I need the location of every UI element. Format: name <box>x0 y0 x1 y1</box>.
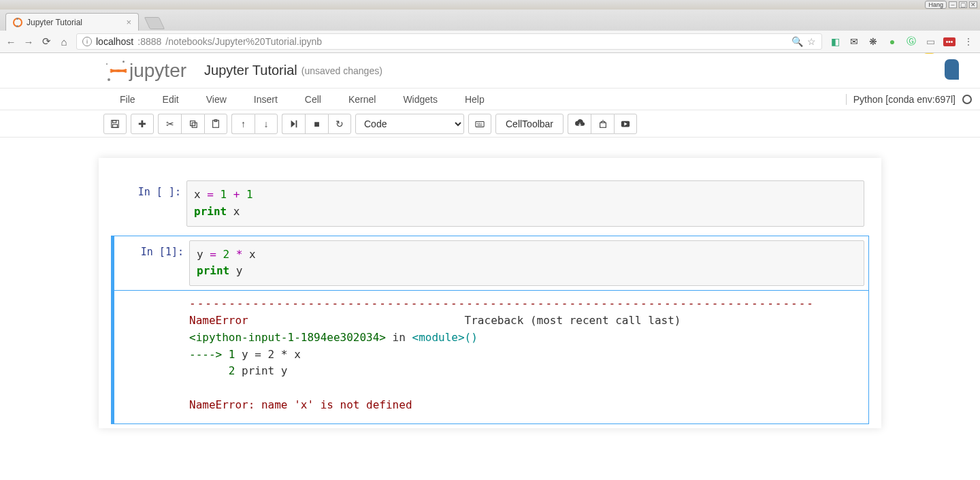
run-button[interactable] <box>282 114 305 134</box>
svg-rect-4 <box>192 123 197 127</box>
python-logo-icon <box>941 57 969 85</box>
jupyter-wordmark: jupyter <box>129 60 186 82</box>
tab-title: Jupyter Tutorial <box>27 18 82 27</box>
cell-type-select[interactable]: Code <box>355 114 464 134</box>
window-close-icon[interactable]: ✕ <box>969 1 977 8</box>
kernel-name: Python [conda env:697l] <box>853 94 956 105</box>
error-output: ----------------------------------------… <box>189 290 864 419</box>
command-palette-button[interactable] <box>468 114 491 134</box>
move-down-button[interactable]: ↓ <box>255 114 278 134</box>
new-tab-button[interactable] <box>144 17 165 29</box>
move-up-button[interactable]: ↑ <box>231 114 255 134</box>
svg-rect-7 <box>295 120 297 127</box>
menubar: File Edit View Insert Cell Kernel Widget… <box>0 89 980 110</box>
save-button[interactable] <box>103 114 127 134</box>
insert-cell-below-button[interactable]: ✚ <box>131 114 154 134</box>
browser-tabs: Jupyter Tutorial × <box>0 10 980 31</box>
menu-file[interactable]: File <box>106 90 149 109</box>
lastpass-icon[interactable]: ••• <box>943 37 956 46</box>
menu-view[interactable]: View <box>193 90 240 109</box>
user-pill: Hang <box>925 1 947 9</box>
presentation-button[interactable] <box>614 114 637 134</box>
menu-help[interactable]: Help <box>451 90 498 109</box>
window-min-icon[interactable]: – <box>949 1 957 8</box>
kernel-idle-icon <box>962 95 972 104</box>
code-cell-selected[interactable]: In [1]: y = 2 * xprint y <box>111 236 869 291</box>
jupyter-favicon-icon <box>13 18 22 27</box>
copy-button[interactable] <box>181 114 204 134</box>
notebook-title[interactable]: Jupyter Tutorial <box>204 63 297 78</box>
code-input[interactable]: y = 2 * xprint y <box>189 240 864 287</box>
grammarly-icon[interactable]: Ⓖ <box>905 35 917 48</box>
download-button[interactable] <box>568 114 591 134</box>
ext-icon-chat[interactable]: ▭ <box>924 36 936 47</box>
nav-back-icon[interactable]: ← <box>5 36 16 48</box>
url-port: :8888 <box>137 36 161 47</box>
browser-menu-icon[interactable]: ⋮ <box>962 36 975 47</box>
code-cell[interactable]: In [ ]: x = 1 + 1print x <box>111 176 869 231</box>
nav-forward-icon: → <box>23 36 34 48</box>
notebook-save-status: (unsaved changes) <box>301 65 382 76</box>
svg-rect-1 <box>113 120 116 123</box>
nbextensions-button[interactable] <box>591 114 614 134</box>
mail-icon[interactable]: ✉ <box>848 36 860 47</box>
reload-icon[interactable]: ⟳ <box>41 35 52 48</box>
cell-toolbar-button[interactable]: CellToolbar <box>495 114 564 134</box>
svg-rect-8 <box>476 121 484 127</box>
ext-icon-green[interactable]: ● <box>886 36 898 47</box>
input-prompt: In [ ]: <box>112 180 186 227</box>
notebook-header: jupyter Jupyter Tutorial (unsaved change… <box>0 53 980 89</box>
menu-insert[interactable]: Insert <box>240 90 291 109</box>
paste-button[interactable] <box>204 114 227 134</box>
window-max-icon[interactable]: ▢ <box>959 1 967 8</box>
output-cell: ----------------------------------------… <box>111 290 869 424</box>
restart-button[interactable]: ↻ <box>328 114 351 134</box>
evernote-icon[interactable]: ❋ <box>867 36 879 47</box>
code-input[interactable]: x = 1 + 1print x <box>186 180 864 227</box>
jupyter-logo[interactable]: jupyter <box>106 60 186 82</box>
tab-close-icon[interactable]: × <box>126 17 131 27</box>
toolbar: ✚ ✂ ↑ ↓ ■ ↻ Code CellToolbar <box>0 110 980 138</box>
menu-widgets[interactable]: Widgets <box>389 90 451 109</box>
output-prompt <box>114 290 189 419</box>
site-info-icon[interactable]: i <box>82 37 92 46</box>
bookmark-star-icon[interactable]: ☆ <box>807 36 816 47</box>
browser-toolbar: ← → ⟳ ⌂ i localhost:8888/notebooks/Jupyt… <box>0 31 980 53</box>
ext-icon-1[interactable]: ◧ <box>829 36 841 47</box>
interrupt-button[interactable]: ■ <box>305 114 328 134</box>
menu-edit[interactable]: Edit <box>149 90 193 109</box>
browser-tab-active[interactable]: Jupyter Tutorial × <box>5 13 139 31</box>
zoom-icon[interactable]: 🔍 <box>791 36 803 47</box>
url-path: /notebooks/Jupyter%20Tutorial.ipynb <box>165 36 322 47</box>
page-content: jupyter Jupyter Tutorial (unsaved change… <box>0 53 980 480</box>
home-icon[interactable]: ⌂ <box>59 36 69 48</box>
kernel-indicator: Python [conda env:697l] <box>846 94 972 105</box>
notebook-body: In [ ]: x = 1 + 1print x In [1]: y = 2 *… <box>99 158 881 428</box>
os-titlebar: Hang – ▢ ✕ <box>0 0 980 10</box>
svg-rect-2 <box>113 124 118 127</box>
url-host: localhost <box>96 36 133 47</box>
svg-rect-13 <box>600 123 606 127</box>
cut-button[interactable]: ✂ <box>158 114 181 134</box>
menu-cell[interactable]: Cell <box>291 90 335 109</box>
svg-rect-3 <box>190 121 195 125</box>
menu-kernel[interactable]: Kernel <box>335 90 389 109</box>
jupyter-orb-icon <box>106 61 127 81</box>
address-bar[interactable]: i localhost:8888/notebooks/Jupyter%20Tut… <box>76 33 822 50</box>
input-prompt: In [1]: <box>114 240 189 287</box>
